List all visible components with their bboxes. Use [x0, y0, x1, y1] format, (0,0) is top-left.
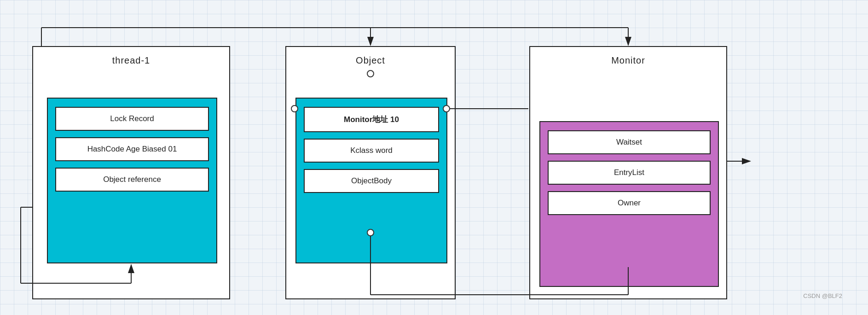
object-inner: Monitor地址 10 Kclass word ObjectBody: [295, 98, 447, 263]
lock-record-label: Lock Record: [55, 107, 209, 131]
thread1-box: thread-1 Lock Record HashCode Age Biased…: [32, 46, 230, 299]
diagram-container: thread-1 Lock Record HashCode Age Biased…: [14, 18, 851, 304]
waitset-cell: Waitset: [548, 130, 711, 154]
lock-record-container: Lock Record HashCode Age Biased 01 Objec…: [47, 98, 217, 263]
entry-list-cell: EntryList: [548, 161, 711, 185]
monitor-title: Monitor: [530, 47, 726, 70]
object-box: Object Monitor地址 10 Kclass word ObjectBo…: [285, 46, 456, 299]
watermark: CSDN @BLF2: [803, 292, 842, 299]
monitor-box: Monitor Waitset EntryList Owner: [529, 46, 727, 299]
object-body-cell: ObjectBody: [304, 169, 439, 193]
object-ref-cell: Object reference: [55, 168, 209, 192]
thread1-title: thread-1: [33, 47, 229, 70]
kclass-cell: Kclass word: [304, 139, 439, 163]
object-title: Object: [286, 47, 455, 70]
monitor-addr-cell: Monitor地址 10: [304, 107, 439, 132]
hashcode-cell: HashCode Age Biased 01: [55, 137, 209, 161]
monitor-inner: Waitset EntryList Owner: [539, 121, 719, 287]
owner-cell: Owner: [548, 191, 711, 215]
